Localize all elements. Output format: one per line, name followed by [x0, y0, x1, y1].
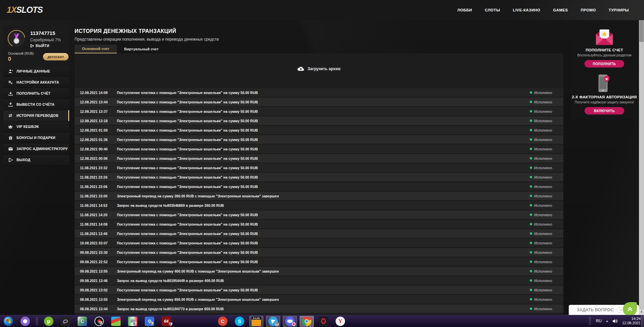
language-indicator[interactable]: RU: [596, 319, 602, 323]
nav-item-promo[interactable]: ПРОМО: [581, 8, 596, 12]
taskbar-clock[interactable]: 14:24 12.08.2021: [622, 317, 641, 325]
telegram-window-button[interactable]: 83: [266, 316, 280, 327]
status-dot-icon: [530, 204, 532, 206]
logout-button[interactable]: ВЫЙТИ: [30, 44, 49, 48]
status-label: Исполнено: [534, 232, 552, 236]
show-desktop-button[interactable]: [641, 315, 644, 327]
tab-main-account[interactable]: Основной счет: [75, 45, 117, 53]
profile-card: 113747715 Серебряный 7% ВЫЙТИ Основной (…: [3, 26, 69, 65]
transaction-datetime: 12.08.2021 13:44: [80, 100, 117, 104]
hidden-icons-arrow[interactable]: ▲: [606, 320, 608, 323]
app-64-button[interactable]: 64: [159, 316, 173, 327]
status-dot-icon: [530, 261, 532, 263]
enable-2fa-button[interactable]: ВКЛЮЧИТЬ: [585, 107, 624, 114]
transaction-row: 11.08.2021 14:52 Запрос на вывод средств…: [75, 201, 563, 209]
promo-title: ПОПОЛНИТЕ СЧЕТ: [571, 48, 638, 52]
sidebar-item-withdraw[interactable]: ВЫВЕСТИ СО СЧЁТА: [3, 99, 69, 110]
screen-recorder-button[interactable]: [92, 316, 106, 327]
transaction-status: Исполнено: [530, 269, 559, 273]
site-logo[interactable]: 1XSLOTS: [7, 5, 43, 15]
transaction-description: Поступление платежа с помощью "Электронн…: [117, 288, 530, 292]
security-app-button[interactable]: C: [75, 316, 89, 327]
yandex-browser-button[interactable]: Y: [333, 316, 347, 327]
promo-card-2fa: 2-Х ФАКТОРНАЯ АВТОРИЗАЦИЯ Получите надёж…: [571, 71, 638, 119]
sidebar-item-transfer-history[interactable]: ИСТОРИЯ ПЕРЕВОДОВ: [3, 110, 69, 121]
nav-item-lobby[interactable]: ЛОББИ: [457, 8, 472, 12]
opera-gx-button[interactable]: [316, 316, 331, 327]
ccleaner-button[interactable]: C: [216, 316, 230, 327]
transaction-datetime: 12.08.2021 14:09: [80, 91, 117, 95]
transaction-datetime: 11.08.2021 14:52: [80, 203, 117, 207]
status-dot-icon: [530, 298, 532, 300]
status-dot-icon: [530, 251, 532, 253]
sidebar-item-label: ВЫХОД: [16, 158, 30, 162]
nav-item-live-casino[interactable]: LIVE-КАЗИНО: [513, 8, 541, 12]
transaction-datetime: 08.08.2021 13:44: [80, 307, 117, 311]
volume-icon[interactable]: [612, 319, 618, 324]
transactions-panel: Загрузить архив 12.08.2021 14:09 Поступл…: [75, 53, 563, 315]
status-label: Исполнено: [534, 119, 552, 123]
status-label: Исполнено: [534, 138, 552, 142]
utorrent-button[interactable]: µ: [42, 316, 56, 327]
transaction-row: 12.08.2021 01:59 Поступление платежа с п…: [75, 126, 563, 134]
status-dot-icon: [530, 185, 532, 188]
sidebar-item-top-up[interactable]: ПОПОЛНИТЬ СЧЁТ: [3, 88, 69, 99]
sidebar-item-bonuses-gifts[interactable]: БОНУСЫ И ПОДАРКИ: [3, 132, 69, 143]
transaction-status: Исполнено: [530, 297, 559, 301]
transaction-status: Исполнено: [530, 203, 559, 207]
transaction-status: Исполнено: [530, 109, 559, 113]
medal-avatar-icon: [7, 30, 26, 48]
transaction-row: 11.08.2021 23:06 Поступление платежа с п…: [75, 182, 563, 191]
deposit-button[interactable]: ДЕПОЗИТ: [43, 53, 69, 60]
yandex-disk-button[interactable]: [18, 316, 32, 327]
skype-button[interactable]: S: [232, 316, 247, 327]
sidebar-item-vip-cashback[interactable]: VIP КЕШБЭК: [3, 121, 69, 132]
status-dot-icon: [530, 101, 532, 103]
status-dot-icon: [530, 157, 532, 159]
nav-item-tournaments[interactable]: ТУРНИРЫ: [609, 8, 629, 12]
tab-virtual-account[interactable]: Виртуальный счет: [117, 45, 166, 53]
logo-part-white: SLOTS: [16, 5, 43, 14]
transaction-datetime: 11.08.2021 23:32: [80, 166, 117, 170]
chat-open-button[interactable]: [623, 302, 637, 316]
logout-label: ВЫЙТИ: [36, 44, 49, 48]
transaction-description: Поступление платежа с помощью "Электронн…: [117, 91, 530, 95]
chrome-window-button[interactable]: [300, 316, 314, 327]
search-tool-button[interactable]: [142, 316, 157, 327]
sidebar-item-admin-request[interactable]: ЗАПРОС АДМИНИСТРАТОРУ: [3, 143, 69, 154]
discord-window-button[interactable]: [283, 316, 297, 327]
chrome-icon: [302, 317, 311, 326]
nav-item-slots[interactable]: СЛОТЫ: [485, 8, 500, 12]
scrollbar-down-arrow[interactable]: ▼: [639, 310, 644, 315]
transaction-row: 09.08.2021 23:30 Поступление платежа с п…: [75, 248, 563, 256]
disk-defrag-button[interactable]: [126, 316, 140, 327]
sidebar-item-personal-data[interactable]: ЛИЧНЫЕ ДАННЫЕ: [3, 66, 69, 77]
top-up-button[interactable]: ПОПОЛНИТЬ: [585, 60, 624, 67]
transaction-row: 12.08.2021 00:06 Поступление платежа с п…: [75, 154, 563, 162]
nvidia-button[interactable]: [58, 316, 73, 327]
promo-card-top-up: ПОПОЛНИТЕ СЧЕТ Воспользуйтесь данным раз…: [571, 26, 638, 69]
transaction-row: 11.08.2021 14:20 Поступление платежа с п…: [75, 211, 563, 219]
dlink-window-button[interactable]: D-Link: [249, 316, 263, 327]
transaction-description: Поступление платежа с помощью "Электронн…: [117, 109, 530, 113]
transaction-datetime: 09.08.2021 13:02: [80, 288, 117, 292]
sidebar-item-account-settings[interactable]: НАСТРОЙКИ АККАУНТА: [3, 77, 69, 88]
bluestacks-button[interactable]: [109, 316, 123, 327]
transaction-description: Поступление платежа с помощью "Электронн…: [117, 156, 530, 160]
chat-widget[interactable]: ЗАДАТЬ ВОПРОС on-line: [569, 305, 639, 315]
phone-shield-icon: [571, 74, 638, 93]
status-label: Исполнено: [534, 279, 552, 283]
sidebar-item-exit[interactable]: ВЫХОД: [3, 154, 69, 166]
download-archive-link[interactable]: Загрузить архив: [75, 66, 563, 71]
transaction-datetime: 11.08.2021 14:20: [80, 213, 117, 217]
transaction-status: Исполнено: [530, 250, 559, 254]
start-button[interactable]: [1, 316, 15, 327]
transaction-row: 09.08.2021 13:46 Запрос на вывод средств…: [75, 276, 563, 285]
sidebar-item-label: VIP КЕШБЭК: [16, 125, 39, 129]
sidebar-item-label: ЛИЧНЫЕ ДАННЫЕ: [16, 69, 50, 73]
transaction-datetime: 10.08.2021 03:07: [80, 241, 117, 245]
nav-item-games[interactable]: GAMES: [553, 8, 568, 12]
skype-icon: S: [235, 317, 244, 326]
avatar[interactable]: [7, 30, 26, 48]
status-dot-icon: [530, 223, 532, 225]
